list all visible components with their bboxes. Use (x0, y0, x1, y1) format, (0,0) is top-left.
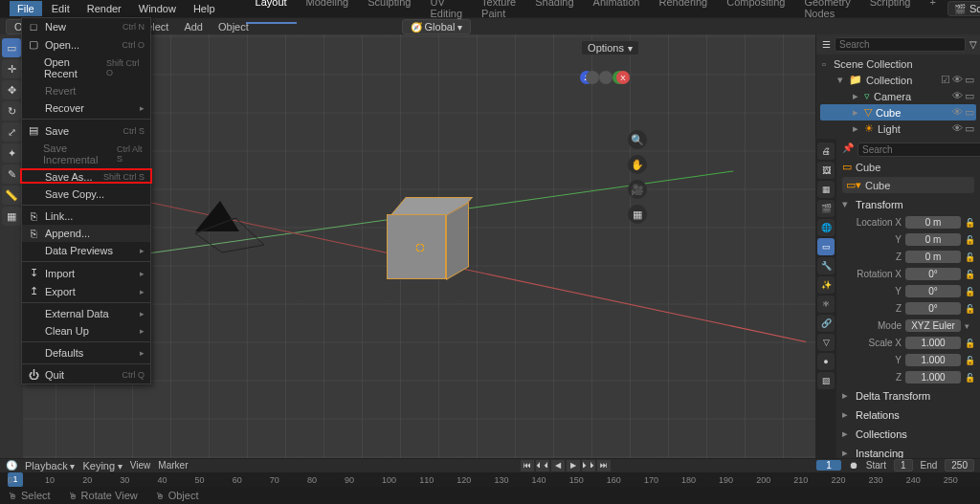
jump-start[interactable]: ⏮ (521, 460, 534, 471)
tool-scale[interactable]: ⤢ (2, 122, 21, 142)
file-menu-quit[interactable]: ⏻QuitCtrl Q (22, 366, 150, 383)
prop-tab-data[interactable]: ▽ (817, 334, 835, 351)
file-menu-new[interactable]: □NewCtrl N (22, 18, 150, 35)
rot-y[interactable]: 0° (905, 285, 961, 297)
perspective-icon[interactable]: ▦ (628, 205, 647, 224)
file-menu-append-[interactable]: ⎘Append... (22, 225, 150, 242)
file-menu-save-copy-[interactable]: Save Copy... (22, 186, 150, 203)
menu-help[interactable]: Help (186, 1, 223, 16)
properties-search[interactable] (858, 142, 980, 157)
panel-relations[interactable]: ▸Relations (842, 406, 974, 423)
timeline-ruler[interactable]: 1 01020304050607080901001101201301401501… (0, 472, 980, 487)
collection-row[interactable]: ▾📁Collection☑👁▭ (820, 72, 976, 88)
file-menu-clean-up[interactable]: Clean Up▸ (22, 322, 150, 340)
file-menu-external-data[interactable]: External Data▸ (22, 305, 150, 322)
scale-z[interactable]: 1.000 (905, 371, 961, 383)
zoom-icon[interactable]: 🔍 (628, 130, 647, 149)
nav-gizmo[interactable]: Y Z X (580, 71, 634, 124)
orientation-dropdown[interactable]: 🧭 Global ▾ (402, 19, 471, 34)
file-menu-data-previews[interactable]: Data Previews▸ (22, 242, 150, 259)
panel-collections[interactable]: ▸Collections (842, 426, 974, 442)
viewport-options[interactable]: Options ▾ (581, 40, 639, 55)
rot-x[interactable]: 0° (905, 268, 961, 280)
file-menu-save-incremental[interactable]: Save IncrementalCtrl Alt S (22, 140, 150, 168)
tab-add[interactable]: + (920, 0, 945, 24)
panel-transform[interactable]: ▾Transform (842, 196, 974, 212)
scale-x[interactable]: 1.000 (905, 337, 961, 349)
next-key[interactable]: ⏵⏵ (582, 460, 595, 471)
prop-tab-viewlayer[interactable]: ▦ (817, 181, 835, 198)
prop-tab-particles[interactable]: ✨ (817, 276, 835, 294)
tab-texture[interactable]: Texture Paint (472, 0, 525, 24)
rotation-mode[interactable]: XYZ Euler (905, 319, 961, 332)
scene-collection-row[interactable]: ▫Scene Collection (820, 56, 976, 72)
outliner-light[interactable]: ▸☀Light👁▭ (820, 121, 976, 137)
tl-view[interactable]: View (130, 460, 151, 471)
tab-scripting[interactable]: Scripting (860, 0, 921, 24)
tool-cursor[interactable]: ✛ (2, 59, 21, 78)
prop-tab-object[interactable]: ▭ (817, 238, 835, 255)
tl-playback[interactable]: Playback ▾ (25, 460, 75, 471)
prop-tab-material[interactable]: ● (817, 353, 835, 370)
prop-tab-texture[interactable]: ▨ (817, 372, 835, 389)
prop-tab-constraints[interactable]: 🔗 (817, 315, 835, 332)
loc-z[interactable]: 0 m (905, 251, 961, 263)
tab-layout[interactable]: Layout (246, 0, 297, 24)
tab-modeling[interactable]: Modeling (297, 0, 359, 24)
pin-icon[interactable]: 📌 (842, 142, 854, 157)
rot-z[interactable]: 0° (905, 302, 961, 315)
tab-rendering[interactable]: Rendering (649, 0, 717, 24)
file-menu-defaults[interactable]: Defaults▸ (22, 344, 150, 362)
tl-keying[interactable]: Keying ▾ (82, 460, 122, 471)
vp-menu-add[interactable]: Add (180, 21, 207, 33)
panel-delta[interactable]: ▸Delta Transform (842, 387, 974, 404)
tool-measure[interactable]: 📏 (2, 186, 21, 205)
start-frame[interactable]: 1 (894, 459, 913, 471)
file-menu-link-[interactable]: ⎘Link... (22, 208, 150, 225)
timeline-icon[interactable]: 🕓 (6, 460, 17, 471)
file-menu-export[interactable]: ↥Export▸ (22, 282, 150, 300)
tool-rotate[interactable]: ↻ (2, 101, 21, 121)
outliner-camera[interactable]: ▸▿Camera👁▭ (820, 88, 976, 104)
gizmo-x[interactable]: X (616, 71, 630, 84)
vp-menu-object[interactable]: Object (214, 21, 253, 33)
file-menu-open-[interactable]: ▢Open...Ctrl O (22, 35, 150, 54)
file-menu-save-as-[interactable]: Save As...Shift Ctrl S (22, 168, 150, 186)
loc-y[interactable]: 0 m (905, 233, 961, 246)
camera-object[interactable] (193, 197, 270, 256)
tab-geonodes[interactable]: Geometry Nodes (794, 0, 859, 24)
object-name[interactable]: Cube (856, 162, 880, 173)
loc-x[interactable]: 0 m (905, 216, 961, 229)
file-menu-import[interactable]: ↧Import▸ (22, 264, 150, 282)
end-frame[interactable]: 250 (945, 459, 974, 471)
camera-view-icon[interactable]: 🎥 (628, 180, 647, 199)
tool-addcube[interactable]: ▦ (2, 207, 21, 226)
prev-key[interactable]: ⏴⏴ (536, 460, 549, 471)
cube-object[interactable] (387, 197, 471, 281)
prop-tab-render[interactable]: 🖨 (817, 142, 835, 160)
scale-y[interactable]: 1.000 (905, 354, 961, 366)
prop-tab-scene[interactable]: 🎬 (817, 200, 835, 217)
outliner-cube[interactable]: ▸▽Cube👁▭ (820, 104, 976, 121)
current-frame[interactable]: 1 (816, 460, 841, 471)
outliner-search[interactable] (835, 37, 966, 52)
filter-icon[interactable]: ▽ (969, 39, 977, 50)
file-menu-open-recent[interactable]: Open RecentShift Ctrl O (22, 54, 150, 82)
file-menu-revert[interactable]: Revert (22, 82, 150, 99)
prop-tab-output[interactable]: 🖼 (817, 162, 835, 179)
tool-transform[interactable]: ✦ (2, 143, 21, 163)
prop-tab-world[interactable]: 🌐 (817, 219, 835, 236)
tl-marker[interactable]: Marker (158, 460, 188, 471)
pan-icon[interactable]: ✋ (628, 155, 647, 174)
tool-move[interactable]: ✥ (2, 80, 21, 99)
jump-end[interactable]: ⏭ (597, 460, 611, 471)
menu-render[interactable]: Render (79, 1, 129, 16)
tab-compositing[interactable]: Compositing (717, 0, 794, 24)
prop-tab-modifiers[interactable]: 🔧 (817, 257, 835, 274)
menu-window[interactable]: Window (131, 1, 184, 16)
datablock-name[interactable]: Cube (865, 180, 890, 191)
menu-edit[interactable]: Edit (44, 1, 78, 16)
file-menu-recover[interactable]: Recover▸ (22, 99, 150, 117)
autokey-icon[interactable]: ⏺ (849, 460, 858, 471)
play-rev[interactable]: ◀ (551, 460, 565, 471)
